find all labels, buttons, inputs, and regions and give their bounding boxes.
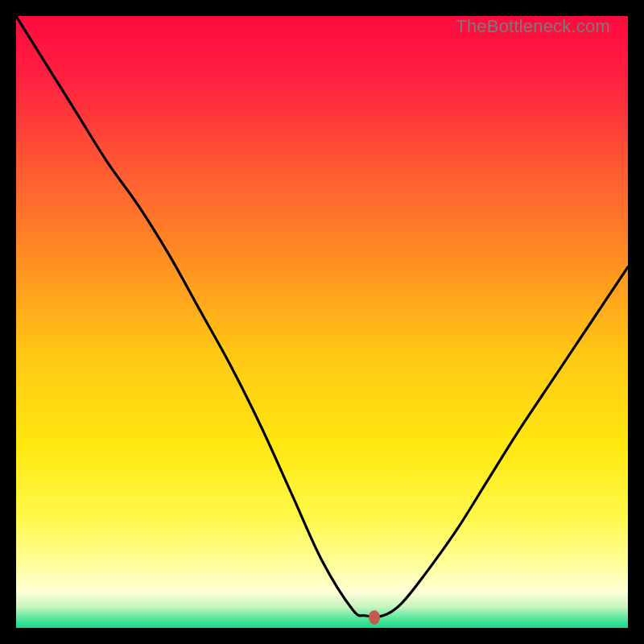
watermark-text: TheBottleneck.com [456, 16, 610, 37]
optimal-point-marker [369, 610, 380, 625]
chart-frame: TheBottleneck.com [16, 16, 628, 628]
bottleneck-curve [16, 16, 628, 628]
